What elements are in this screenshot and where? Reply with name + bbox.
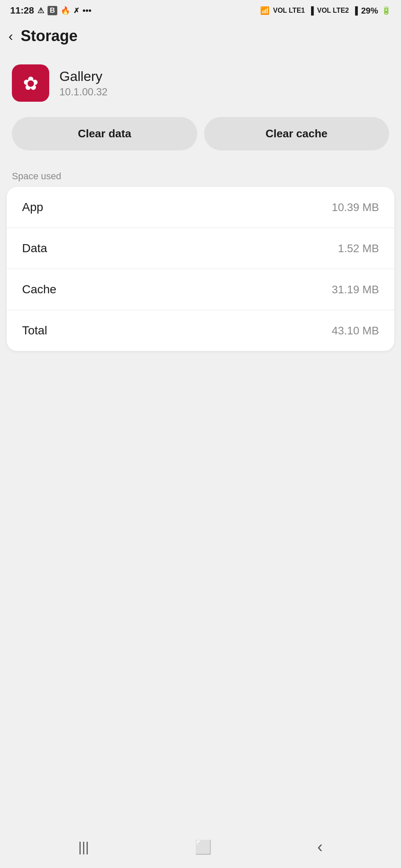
battery-text: 29% xyxy=(361,6,378,16)
status-flame-icon: 🔥 xyxy=(61,6,70,15)
storage-row-data: Data 1.52 MB xyxy=(7,228,394,269)
status-call-icon: ✗ xyxy=(73,6,79,15)
status-warning-icon: ⚠ xyxy=(37,6,44,15)
clear-data-button[interactable]: Clear data xyxy=(12,117,197,150)
lte2-text: VOL LTE2 xyxy=(317,7,349,14)
storage-row-total: Total 43.10 MB xyxy=(7,310,394,351)
lte1-text: VOL LTE1 xyxy=(273,7,305,14)
cache-value: 31.19 MB xyxy=(332,283,379,296)
back-nav-button[interactable]: ‹ xyxy=(317,838,323,856)
app-info: ✿ Gallery 10.1.00.32 xyxy=(0,53,401,114)
battery-icon: 🔋 xyxy=(381,6,391,15)
storage-row-cache: Cache 31.19 MB xyxy=(7,269,394,310)
recents-button[interactable]: ||| xyxy=(79,839,89,855)
app-icon-symbol: ✿ xyxy=(23,72,39,94)
clock: 11:28 xyxy=(10,5,34,16)
status-time: 11:28 ⚠ B 🔥 ✗ ••• xyxy=(10,5,92,16)
storage-row-app: App 10.39 MB xyxy=(7,187,394,228)
app-value: 10.39 MB xyxy=(332,201,379,214)
home-button[interactable]: ⬜ xyxy=(195,839,212,855)
total-value: 43.10 MB xyxy=(332,324,379,337)
status-bar: 11:28 ⚠ B 🔥 ✗ ••• 📶 VOL LTE1 ▐ VOL LTE2 … xyxy=(0,0,401,19)
app-name: Gallery xyxy=(59,69,107,84)
top-nav: ‹ Storage xyxy=(0,19,401,53)
storage-card: App 10.39 MB Data 1.52 MB Cache 31.19 MB… xyxy=(7,187,394,351)
back-button[interactable]: ‹ xyxy=(8,28,13,44)
app-details: Gallery 10.1.00.32 xyxy=(59,69,107,98)
app-version: 10.1.00.32 xyxy=(59,86,107,98)
status-b-icon: B xyxy=(48,6,57,15)
action-buttons: Clear data Clear cache xyxy=(0,114,401,164)
data-value: 1.52 MB xyxy=(338,242,379,255)
content-spacer xyxy=(0,351,401,826)
cache-label: Cache xyxy=(22,283,56,296)
page-title: Storage xyxy=(21,27,78,45)
wifi-icon: 📶 xyxy=(260,6,269,15)
status-dots-icon: ••• xyxy=(83,6,92,16)
clear-cache-button[interactable]: Clear cache xyxy=(204,117,390,150)
app-icon: ✿ xyxy=(12,64,49,102)
status-right-icons: 📶 VOL LTE1 ▐ VOL LTE2 ▐ 29% 🔋 xyxy=(260,6,391,16)
signal2-icon: ▐ xyxy=(352,6,358,15)
space-used-label: Space used xyxy=(0,164,401,187)
signal1-icon: ▐ xyxy=(308,6,314,15)
app-label: App xyxy=(22,200,43,214)
bottom-nav: ||| ⬜ ‹ xyxy=(0,826,401,868)
total-label: Total xyxy=(22,324,47,337)
data-label: Data xyxy=(22,242,47,255)
